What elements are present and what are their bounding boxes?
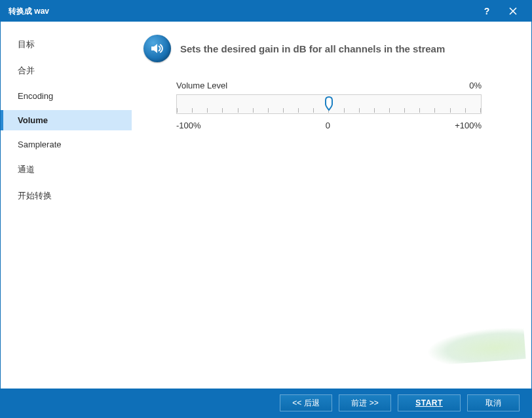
volume-label: Volume Level bbox=[176, 81, 227, 90]
volume-label-row: Volume Level 0% bbox=[143, 81, 514, 90]
back-button[interactable]: << 后退 bbox=[280, 394, 332, 411]
slider-range-labels: -100% 0 +100% bbox=[143, 121, 514, 130]
sidebar-item-merge[interactable]: 合并 bbox=[1, 60, 132, 82]
page-heading: Sets the desired gain in dB for all chan… bbox=[180, 43, 445, 54]
footer: << 后退 前进 >> START 取消 bbox=[1, 389, 531, 417]
titlebar: 转换成 wav ? bbox=[1, 1, 531, 22]
main-area: 目标 合并 Encoding Volume Samplerate 通道 开始转换… bbox=[1, 22, 531, 389]
volume-value: 0% bbox=[469, 81, 482, 90]
range-min-label: -100% bbox=[176, 121, 201, 130]
content-panel: Sets the desired gain in dB for all chan… bbox=[132, 22, 531, 389]
range-max-label: +100% bbox=[455, 121, 482, 130]
cancel-button[interactable]: 取消 bbox=[467, 394, 520, 411]
sidebar-item-start[interactable]: 开始转换 bbox=[1, 185, 132, 207]
sidebar-item-samplerate[interactable]: Samplerate bbox=[1, 134, 132, 155]
slider-thumb[interactable] bbox=[325, 96, 333, 111]
volume-icon bbox=[143, 35, 171, 62]
range-mid-label: 0 bbox=[326, 121, 330, 130]
sidebar: 目标 合并 Encoding Volume Samplerate 通道 开始转换 bbox=[1, 22, 132, 389]
sidebar-item-volume[interactable]: Volume bbox=[1, 110, 132, 130]
close-icon bbox=[509, 7, 517, 15]
volume-slider[interactable] bbox=[176, 94, 482, 114]
slider-container bbox=[143, 94, 514, 114]
start-button[interactable]: START bbox=[398, 394, 461, 411]
help-button[interactable]: ? bbox=[474, 1, 500, 22]
page-header: Sets the desired gain in dB for all chan… bbox=[143, 35, 514, 62]
close-button[interactable] bbox=[500, 1, 526, 22]
sidebar-item-channels[interactable]: 通道 bbox=[1, 159, 132, 181]
sidebar-item-target[interactable]: 目标 bbox=[1, 33, 132, 56]
sidebar-item-encoding[interactable]: Encoding bbox=[1, 86, 132, 106]
window-title: 转换成 wav bbox=[9, 6, 474, 17]
next-button[interactable]: 前进 >> bbox=[339, 394, 391, 411]
watermark bbox=[425, 326, 525, 366]
